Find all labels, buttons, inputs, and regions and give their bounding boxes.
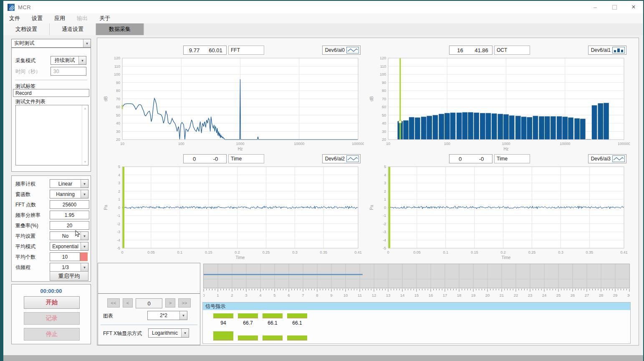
menu-item-file[interactable]: 文件 — [3, 15, 26, 22]
chart-type-field[interactable]: Time — [494, 154, 530, 163]
svg-text:100000: 100000 — [618, 142, 630, 146]
svg-text:28: 28 — [599, 293, 604, 297]
acq-mode-select[interactable]: 持续测试 ▾ — [51, 56, 86, 65]
svg-text:0.2: 0.2 — [235, 250, 240, 254]
chart-type-field[interactable]: OCT — [494, 46, 530, 55]
oct-plot[interactable]: 2030405060708090100110120101001000100001… — [369, 56, 630, 151]
tab-data-acquisition[interactable]: 数据采集 — [96, 23, 144, 35]
cursor-readout: 9.7760.01 — [183, 46, 227, 55]
channel-selector[interactable]: Dev6/ai1 — [588, 46, 626, 55]
svg-text:0.1: 0.1 — [443, 250, 449, 254]
svg-text:0.35: 0.35 — [586, 250, 593, 254]
record-input[interactable]: Record — [13, 89, 89, 97]
chevron-down-icon: ▾ — [181, 329, 189, 337]
chevron-down-icon: ▾ — [81, 263, 88, 271]
stop-button[interactable]: 停止 — [24, 328, 80, 341]
param-select[interactable]: Exponential▾ — [50, 242, 88, 251]
svg-text:0.41: 0.41 — [354, 250, 362, 254]
start-button[interactable]: 开始 — [24, 296, 80, 309]
svg-text:120: 120 — [114, 56, 120, 60]
svg-text:10: 10 — [120, 142, 124, 146]
time-input: 30 — [51, 67, 86, 76]
fft-xaxis-select[interactable]: Logarithmic ▾ — [148, 328, 189, 338]
next-page-button[interactable]: > — [165, 298, 175, 308]
minimize-button[interactable]: – — [586, 1, 605, 13]
maximize-icon — [612, 5, 617, 10]
svg-text:10000: 10000 — [560, 142, 570, 146]
param-input[interactable]: 20 — [50, 221, 89, 230]
svg-text:-2: -2 — [383, 222, 386, 226]
chart-layout-select[interactable]: 2*2 ▾ — [147, 311, 187, 320]
param-input[interactable]: 25600 — [50, 200, 89, 209]
menu-item-output: 输出 — [71, 15, 93, 22]
acq-mode-label: 采集模式 — [15, 57, 35, 64]
scroll-down-icon[interactable]: ▼ — [83, 160, 87, 164]
page-number-field[interactable]: 0 — [136, 298, 162, 308]
tab-document-settings[interactable]: 文档设置 — [3, 23, 50, 35]
maximize-button[interactable] — [605, 1, 624, 13]
param-select[interactable]: Hanning▾ — [50, 190, 88, 198]
chart-type-field[interactable]: Time — [228, 154, 264, 163]
svg-text:-5: -5 — [383, 246, 386, 250]
listbox-scrollbar[interactable]: ▲ ▼ — [82, 105, 88, 165]
chart-type-field[interactable]: FFT — [228, 46, 264, 55]
svg-text:10000: 10000 — [294, 142, 304, 146]
tab-channel-settings[interactable]: 通道设置 — [50, 23, 96, 35]
prev-page-button[interactable]: < — [123, 298, 133, 308]
param-label: 平均设置 — [15, 233, 35, 240]
signal-indicator-title: 信号指示 — [203, 303, 630, 310]
menu-item-about[interactable]: 关于 — [93, 15, 116, 22]
channel-selector[interactable]: Dev6/ai2 — [322, 154, 361, 163]
svg-text:90: 90 — [382, 81, 386, 85]
svg-text:60: 60 — [116, 105, 120, 109]
svg-text:110: 110 — [380, 64, 386, 69]
signal-indicator-panel: 信号指示 94 66.7 66.1 66.1 — [202, 302, 631, 344]
signal-level-bar — [263, 313, 283, 318]
param-select[interactable]: Linear▾ — [50, 179, 88, 188]
restart-average-button[interactable]: 重启平均 — [50, 271, 88, 281]
time-plot[interactable]: -5-4-3-2-101234500.050.10.150.20.250.30.… — [103, 164, 364, 260]
svg-text:20: 20 — [485, 293, 490, 297]
first-page-button[interactable]: << — [107, 298, 120, 308]
signal-level-bar — [213, 313, 233, 318]
svg-text:11: 11 — [358, 293, 362, 297]
bar-chart-icon — [612, 47, 625, 53]
channel-selector[interactable]: Dev6/ai0 — [322, 46, 361, 55]
display-controls-panel: << < 0 > >> 图表 2*2 ▾ FFT X轴显示方式 — [98, 263, 200, 345]
svg-text:0: 0 — [118, 206, 120, 210]
time-plot[interactable]: -5-4-3-2-101234500.050.10.150.20.250.30.… — [369, 164, 630, 260]
svg-text:10: 10 — [386, 142, 390, 146]
last-page-button[interactable]: >> — [178, 298, 191, 308]
control-panel: 00:00:00 开始 记录 停止 — [11, 284, 91, 344]
menu-item-apply[interactable]: 应用 — [48, 15, 71, 22]
param-label: 频率分辨率 — [15, 212, 40, 219]
param-select[interactable]: No▾ — [50, 231, 88, 240]
test-file-listbox[interactable]: ▲ ▼ — [15, 105, 88, 165]
param-input[interactable]: 10 — [50, 252, 80, 261]
param-select[interactable]: 1/3▾ — [50, 263, 88, 272]
param-input[interactable]: 1.95 — [50, 211, 89, 219]
svg-text:9: 9 — [330, 293, 332, 297]
svg-text:2: 2 — [231, 293, 233, 297]
svg-text:30: 30 — [382, 130, 386, 134]
filelist-label: 测试文件列表 — [15, 98, 45, 105]
fft-xaxis-label: FFT X轴显示方式 — [103, 330, 142, 337]
svg-text:100: 100 — [114, 72, 120, 76]
scroll-up-icon[interactable]: ▲ — [83, 107, 87, 110]
svg-text:-3: -3 — [117, 230, 120, 234]
acquisition-panel: 采集模式 持续测试 ▾ 时间（秒） 30 测试标签 Record 测试文件列表 … — [11, 48, 91, 172]
close-button[interactable]: × — [624, 1, 643, 13]
fft-plot[interactable]: 2030405060708090100110120101001000100001… — [103, 56, 364, 151]
menu-item-settings[interactable]: 设置 — [26, 15, 48, 22]
record-timeline[interactable]: 0123456789101112131415161718192021222324… — [203, 264, 630, 299]
channel-selector[interactable]: Dev6/ai3 — [588, 154, 626, 163]
test-mode-select[interactable]: 实时测试 ▾ — [11, 39, 91, 48]
svg-text:0.41: 0.41 — [620, 250, 628, 254]
record-button[interactable]: 记录 — [24, 312, 80, 325]
svg-text:-4: -4 — [383, 238, 386, 242]
param-label: 平均模式 — [15, 243, 35, 250]
svg-text:110: 110 — [114, 64, 120, 69]
svg-text:30: 30 — [116, 130, 120, 134]
svg-text:6: 6 — [288, 293, 290, 297]
signal-level-value: 66.1 — [287, 320, 307, 326]
